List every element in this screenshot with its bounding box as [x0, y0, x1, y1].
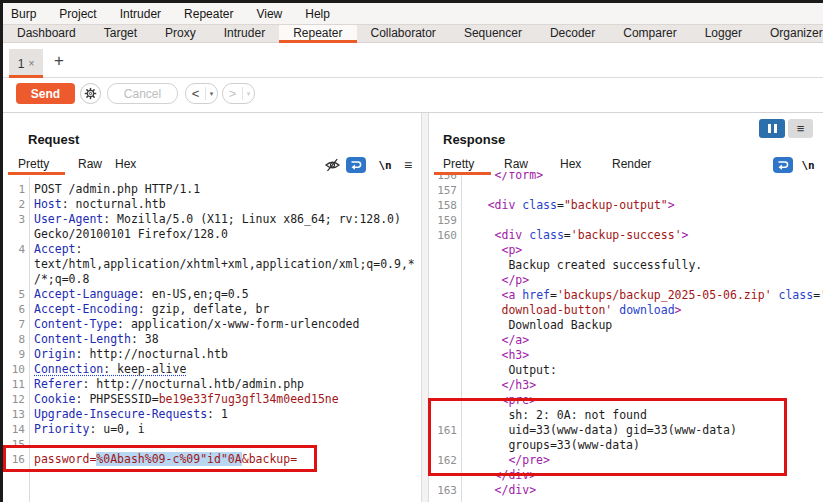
line-number: 160 [429, 228, 457, 243]
editor-row: 13Upgrade-Insecure-Requests: 1 [3, 407, 421, 422]
hamburger-icon: ≡ [797, 121, 805, 136]
editor-row: 158<div class="backup-output"> [429, 198, 823, 213]
line-number: 3 [3, 212, 25, 227]
editor-row: 5Accept-Language: en-US,en;q=0.5 [3, 287, 421, 302]
editor-row: 10Connection: keep-alive [3, 362, 421, 377]
tab-response-pretty[interactable]: Pretty [443, 157, 474, 171]
tab-repeater[interactable]: Repeater [279, 25, 356, 43]
line-number [429, 288, 457, 303]
repeater-tab-1[interactable]: 1 × [9, 49, 43, 78]
request-editor[interactable]: 1POST /admin.php HTTP/1.12Host: nocturna… [3, 182, 421, 467]
line-number: 13 [3, 407, 25, 422]
request-title: Request [28, 132, 79, 147]
close-icon[interactable]: × [28, 58, 34, 69]
tab-proxy[interactable]: Proxy [151, 25, 210, 43]
response-newline-toggle[interactable]: \n [800, 157, 816, 173]
line-number: 5 [3, 287, 25, 302]
editor-row: 6Accept-Encoding: gzip, deflate, br [3, 302, 421, 317]
tab-response-render[interactable]: Render [612, 157, 651, 171]
pause-button[interactable] [759, 119, 785, 138]
line-number [429, 318, 457, 333]
eye-hidden-icon [324, 158, 341, 172]
history-forward-button[interactable]: > ▾ [222, 83, 255, 104]
line-number [3, 272, 25, 287]
tab-target[interactable]: Target [90, 25, 151, 43]
tab-comparer[interactable]: Comparer [609, 25, 690, 43]
tab-organizer[interactable]: Organizer [756, 25, 823, 43]
repeater-tab-bar: 1 × + [3, 43, 823, 78]
editor-row: 11Referer: http://nocturnal.htb/admin.ph… [3, 377, 421, 392]
line-number: 2 [3, 197, 25, 212]
add-tab-button[interactable]: + [49, 50, 69, 72]
request-menu-icon[interactable]: ≡ [400, 157, 416, 173]
request-wrap-toggle-button[interactable] [346, 157, 366, 173]
tab-collaborator[interactable]: Collaborator [357, 25, 450, 43]
tab-request-raw[interactable]: Raw [78, 157, 102, 171]
tab-intruder[interactable]: Intruder [210, 25, 279, 43]
back-dropdown-icon[interactable]: ▾ [205, 87, 217, 100]
wrap-icon [776, 159, 790, 171]
editor-row: <p> [429, 243, 823, 258]
pause-icon [774, 124, 777, 133]
line-number: 159 [429, 213, 457, 228]
response-menu-button[interactable]: ≡ [788, 119, 813, 138]
editor-row: </a> [429, 333, 823, 348]
line-number [429, 258, 457, 273]
tab-response-hex[interactable]: Hex [560, 157, 581, 171]
menu-item-intruder[interactable]: Intruder [120, 7, 161, 21]
editor-row: 12Cookie: PHPSESSID=be19e33f7ug3gfl34m0e… [3, 392, 421, 407]
line-number [429, 273, 457, 288]
burp-repeater-window: Burp Project Intruder Repeater View Help… [0, 0, 823, 502]
line-number: 1 [3, 182, 25, 197]
send-settings-button[interactable] [80, 83, 101, 104]
gear-icon [84, 87, 97, 100]
window-top-edge [0, 0, 823, 3]
send-button[interactable]: Send [16, 83, 75, 104]
line-number [429, 363, 457, 378]
tab-response-raw[interactable]: Raw [504, 157, 528, 171]
line-number [3, 227, 25, 242]
editor-row: </p> [429, 273, 823, 288]
editor-row: 2Host: nocturnal.htb [3, 197, 421, 212]
menu-item-view[interactable]: View [256, 7, 282, 21]
line-number: 9 [3, 347, 25, 362]
editor-row: <h3> [429, 348, 823, 363]
editor-row: Gecko/20100101 Firefox/128.0 [3, 227, 421, 242]
request-active-tab-underline [8, 172, 65, 175]
hide-response-button[interactable] [323, 157, 341, 173]
menu-bar: Burp Project Intruder Repeater View Help [3, 3, 823, 25]
editor-row: Backup created successfully. [429, 258, 823, 273]
forward-arrow-icon[interactable]: > [223, 86, 242, 101]
editor-row: text/html,application/xhtml+xml,applicat… [3, 257, 421, 272]
forward-dropdown-icon[interactable]: ▾ [242, 87, 254, 100]
editor-row: 4Accept: [3, 242, 421, 257]
cancel-button[interactable]: Cancel [107, 83, 178, 104]
request-newline-toggle[interactable]: \n [377, 157, 393, 173]
editor-row: 9Origin: http://nocturnal.htb [3, 347, 421, 362]
tab-logger[interactable]: Logger [691, 25, 756, 43]
line-number: 10 [3, 362, 25, 377]
annotation-box-request-payload [3, 445, 317, 472]
menu-item-burp[interactable]: Burp [11, 7, 36, 21]
line-number: 12 [3, 392, 25, 407]
tab-request-hex[interactable]: Hex [115, 157, 136, 171]
line-number: 14 [3, 422, 25, 437]
line-number: 7 [3, 317, 25, 332]
line-number [429, 333, 457, 348]
editor-row: 157 [429, 183, 823, 198]
tab-decoder[interactable]: Decoder [536, 25, 609, 43]
menu-item-help[interactable]: Help [305, 7, 330, 21]
response-wrap-toggle-button[interactable] [773, 157, 793, 173]
pause-icon [768, 124, 771, 133]
menu-item-project[interactable]: Project [59, 7, 96, 21]
editor-row: </h3> [429, 378, 823, 393]
tab-request-pretty[interactable]: Pretty [18, 157, 49, 171]
line-number: 8 [3, 332, 25, 347]
line-number: 4 [3, 242, 25, 257]
back-arrow-icon[interactable]: < [186, 86, 205, 101]
tab-dashboard[interactable]: Dashboard [3, 25, 90, 43]
tab-sequencer[interactable]: Sequencer [450, 25, 536, 43]
history-back-button[interactable]: < ▾ [185, 83, 218, 104]
editor-row: 14Priority: u=0, i [3, 422, 421, 437]
menu-item-repeater[interactable]: Repeater [184, 7, 233, 21]
